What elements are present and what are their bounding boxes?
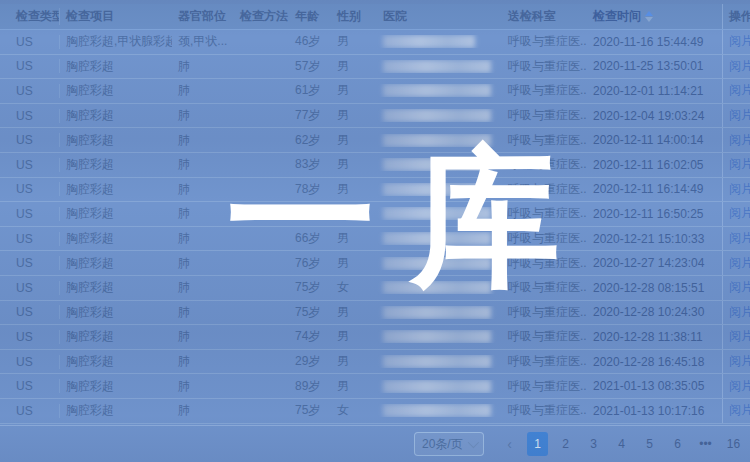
prev-page-button[interactable]: ‹ [499,432,520,456]
cell-action: 阅片 [722,202,750,226]
cell-action: 阅片 [722,276,750,300]
cell-exam-time: 2021-01-13 10:17:16 [587,404,722,418]
cell-age: 76岁 [289,255,331,272]
view-images-link[interactable]: 阅片 [729,132,750,149]
table-row: US胸腔彩超肺62岁男呼吸与重症医...2020-12-11 14:00:14阅… [0,128,750,153]
cell-exam-item: 胸腔彩超 [60,353,172,370]
cell-action: 阅片 [722,30,750,54]
cell-organ: 肺 [172,107,234,124]
cell-organ: 肺 [172,230,234,247]
hospital-redacted-blur [383,330,491,343]
cell-exam-type: US [0,59,60,73]
table-row: US胸腔彩超肺66岁男呼吸与重症医...2020-12-21 15:10:33阅… [0,227,750,252]
cell-hospital [377,158,502,171]
cell-exam-time: 2020-11-16 15:44:49 [587,35,722,49]
cell-department: 呼吸与重症医... [502,156,587,173]
cell-organ: 肺 [172,58,234,75]
page-size-select[interactable]: 20条/页 [414,432,484,456]
cell-age: 89岁 [289,378,331,395]
cell-age: 83岁 [289,156,331,173]
cell-organ: 肺 [172,353,234,370]
cell-organ: 肺 [172,82,234,99]
cell-hospital [377,380,502,393]
cell-exam-time: 2021-01-13 08:35:05 [587,379,722,393]
hospital-redacted-blur [383,306,491,319]
cell-exam-item: 胸腔彩超 [60,304,172,321]
view-images-link[interactable]: 阅片 [729,255,750,272]
hospital-redacted-blur [383,355,491,368]
cell-organ: 肺 [172,378,234,395]
view-images-link[interactable]: 阅片 [729,402,750,419]
sort-desc-icon [645,17,653,22]
cell-gender: 女 [331,402,377,419]
cell-exam-item: 胸腔彩超 [60,205,172,222]
cell-gender: 男 [331,378,377,395]
page-button[interactable]: 6 [667,432,688,456]
cell-organ: 肺 [172,279,234,296]
col-header-hospital: 医院 [377,8,502,25]
hospital-redacted-blur [383,257,491,270]
cell-exam-item: 胸腔彩超 [60,279,172,296]
view-images-link[interactable]: 阅片 [729,304,750,321]
page-button[interactable]: 3 [583,432,604,456]
cell-hospital [377,109,502,122]
table-row: US胸腔彩超肺57岁男呼吸与重症医...2020-11-25 13:50:01阅… [0,55,750,80]
table-row: US胸腔彩超,甲状腺彩超颈,甲状...46岁男呼吸与重症医...2020-11-… [0,30,750,55]
view-images-link[interactable]: 阅片 [729,156,750,173]
cell-exam-type: US [0,379,60,393]
col-header-gender: 性别 [331,8,377,25]
hospital-redacted-blur [383,404,491,417]
cell-action: 阅片 [722,178,750,202]
cell-exam-item: 胸腔彩超 [60,107,172,124]
cell-exam-item: 胸腔彩超 [60,378,172,395]
view-images-link[interactable]: 阅片 [729,378,750,395]
view-images-link[interactable]: 阅片 [729,33,750,50]
page-ellipsis[interactable]: ••• [695,432,716,456]
view-images-link[interactable]: 阅片 [729,328,750,345]
view-images-link[interactable]: 阅片 [729,205,750,222]
hospital-redacted-blur [383,35,475,48]
view-images-link[interactable]: 阅片 [729,353,750,370]
cell-exam-type: US [0,207,60,221]
cell-exam-item: 胸腔彩超,甲状腺彩超 [60,33,172,50]
col-header-method: 检查方法 [234,8,289,25]
cell-exam-type: US [0,232,60,246]
view-images-link[interactable]: 阅片 [729,279,750,296]
cell-action: 阅片 [722,153,750,177]
table-row: US胸腔彩超肺61岁男呼吸与重症医...2020-12-01 11:14:21阅… [0,79,750,104]
cell-hospital [377,306,502,319]
view-images-link[interactable]: 阅片 [729,58,750,75]
cell-hospital [377,207,502,220]
view-images-link[interactable]: 阅片 [729,230,750,247]
cell-organ: 肺 [172,156,234,173]
page-button[interactable]: 5 [639,432,660,456]
page-button[interactable]: 4 [611,432,632,456]
hospital-redacted-blur [383,183,491,196]
view-images-link[interactable]: 阅片 [729,181,750,198]
col-header-exam-time[interactable]: 检查时间 [587,8,722,25]
cell-department: 呼吸与重症医... [502,181,587,198]
hospital-redacted-blur [383,232,491,245]
cell-hospital [377,281,502,294]
table-row: US胸腔彩超肺76岁男呼吸与重症医...2020-12-27 14:23:04阅… [0,251,750,276]
page-button[interactable]: 2 [555,432,576,456]
cell-exam-item: 胸腔彩超 [60,181,172,198]
view-images-link[interactable]: 阅片 [729,82,750,99]
page-button[interactable]: 1 [527,432,548,456]
cell-exam-type: US [0,281,60,295]
cell-gender: 男 [331,58,377,75]
cell-department: 呼吸与重症医... [502,58,587,75]
cell-age: 75岁 [289,279,331,296]
cell-exam-time: 2020-12-21 15:10:33 [587,232,722,246]
table-row: US胸腔彩超肺75岁女呼吸与重症医...2020-12-28 08:15:51阅… [0,276,750,301]
hospital-redacted-blur [383,380,491,393]
table-row: US胸腔彩超肺75岁男呼吸与重症医...2020-12-28 10:24:30阅… [0,301,750,326]
sort-caret-icon[interactable] [645,11,653,22]
cell-hospital [377,183,502,196]
page-button[interactable]: 16 [723,432,744,456]
cell-department: 呼吸与重症医... [502,402,587,419]
cell-gender: 女 [331,279,377,296]
cell-age: 75岁 [289,402,331,419]
view-images-link[interactable]: 阅片 [729,107,750,124]
cell-exam-item: 胸腔彩超 [60,255,172,272]
